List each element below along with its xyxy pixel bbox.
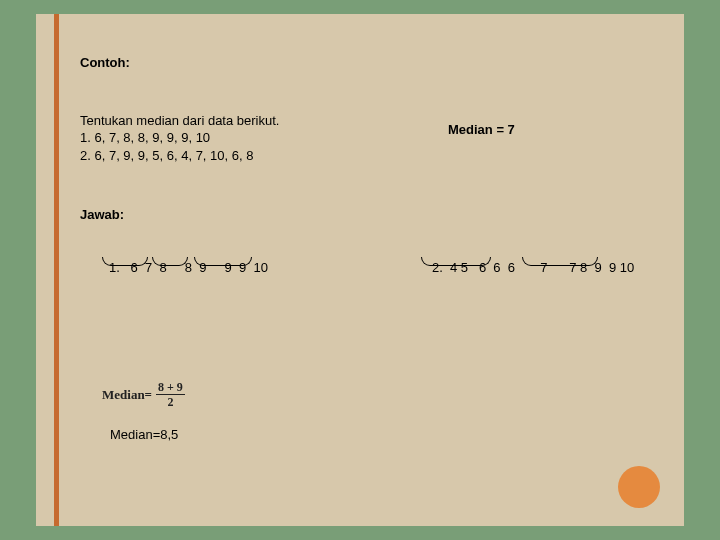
answer2-sequence: 2. 4 5 6 6 6 7 7 8 9 9 10 [403,242,634,330]
fraction-denominator: 2 [167,395,173,409]
problem-intro: Tentukan median dari data berikut. [80,112,670,130]
median1-result: Median=8,5 [110,426,670,444]
median2-result: Median = 7 [448,121,515,139]
answer1-sequence: 1. 6 7 8 8 9 9 9 10 [80,242,290,347]
problem-block: Tentukan median dari data berikut. 1. 6,… [80,112,670,165]
bracket-arc [522,257,598,266]
bracket-arc [152,257,188,266]
heading-contoh: Contoh: [80,54,670,72]
slide-card: Contoh: Tentukan median dari data beriku… [36,14,684,526]
bracket-arc [194,257,252,266]
accent-bar [54,14,59,526]
problem-line-1: 1. 6, 7, 8, 8, 9, 9, 9, 10 [80,129,670,147]
answer-row: 1. 6 7 8 8 9 9 9 10 2. 4 5 6 6 6 7 7 8 9… [80,242,670,347]
median1-formula: Median= 8 + 9 2 [102,381,670,408]
bracket-arc [421,257,491,266]
problem-line-2: 2. 6, 7, 9, 9, 5, 6, 4, 7, 10, 6, 8 [80,147,670,165]
fraction-numerator: 8 + 9 [156,381,185,395]
median1-label: Median= [102,386,152,404]
heading-jawab: Jawab: [80,206,670,224]
content-area: Contoh: Tentukan median dari data beriku… [80,54,670,444]
decorative-circle-icon [618,466,660,508]
bracket-arc [102,257,148,266]
fraction: 8 + 9 2 [156,381,185,408]
